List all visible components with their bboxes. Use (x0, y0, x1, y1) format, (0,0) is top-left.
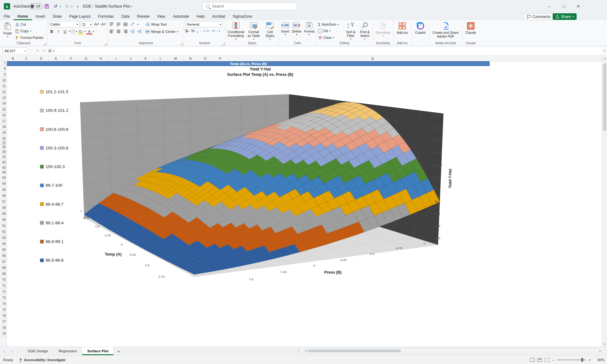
paste-button[interactable]: Paste▾ (1, 21, 14, 38)
font-color-button[interactable]: A (86, 28, 92, 34)
chart-banner-row[interactable]: Temp (A) vs. Press (B) (7, 61, 490, 66)
underline-button[interactable]: U (62, 28, 68, 34)
fill-color-button[interactable] (78, 28, 84, 34)
align-top-icon[interactable] (109, 22, 114, 26)
ribbon-tab-page-layout[interactable]: Page Layout (65, 13, 94, 20)
zoom-slider-handle[interactable] (581, 358, 583, 362)
decrease-indent-icon[interactable] (130, 30, 135, 33)
row-header-41[interactable]: 41 (0, 154, 7, 160)
alignment-dialog-launcher[interactable] (180, 43, 183, 45)
scroll-left-icon[interactable]: ◂ (305, 349, 306, 352)
zoom-slider[interactable] (557, 360, 586, 360)
horizontal-scrollbar[interactable]: ◂ ▸ (304, 348, 602, 354)
accounting-format-button[interactable]: $▾ (185, 28, 189, 33)
row-header-17[interactable]: 17 (0, 118, 7, 124)
row-header-14[interactable]: 14 (0, 101, 7, 106)
ribbon-tab-sigmazone[interactable]: SigmaZone (229, 13, 256, 20)
name-box[interactable]: AE107▾ (3, 47, 28, 54)
new-sheet-button[interactable]: + (114, 347, 123, 355)
clipboard-dialog-launcher[interactable] (44, 43, 46, 45)
column-header-L[interactable]: L (153, 56, 168, 61)
percent-style-button[interactable]: % (191, 28, 195, 33)
normal-view-button[interactable] (530, 358, 535, 362)
column-header-E[interactable]: E (49, 56, 64, 61)
tabbar-kebab-icon[interactable]: ⋮ (297, 349, 301, 353)
column-header-O[interactable]: O (198, 56, 213, 61)
copy-button[interactable]: Copy▾ (15, 28, 44, 34)
row-header-66[interactable]: 66 (0, 253, 7, 259)
ribbon-tab-automate[interactable]: Automate (169, 13, 193, 20)
italic-button[interactable]: I (55, 28, 61, 34)
sheet-tab-doe-design[interactable]: DOE Design (23, 347, 53, 355)
row-header-77[interactable]: 77 (0, 319, 7, 325)
enter-formula-button[interactable]: ✓ (40, 49, 47, 53)
column-header-N[interactable]: N (183, 56, 198, 61)
vertical-scrollbar[interactable]: ▲ ▼ (602, 56, 607, 347)
row-header-12[interactable]: 12 (0, 89, 7, 95)
row-header-63[interactable]: 63 (0, 235, 7, 241)
insert-cells-button[interactable]: Insert▾ (280, 21, 290, 36)
wrap-text-button[interactable]: Wrap Text (145, 21, 167, 27)
format-as-table-button[interactable]: Format as Table▾ (245, 21, 262, 40)
row-headers[interactable]: 7891011121314151617181920212529414243445… (0, 61, 7, 347)
row-header-75[interactable]: 75 (0, 307, 7, 313)
increase-font-button[interactable]: A˄ (94, 21, 100, 27)
cancel-formula-button[interactable]: × (34, 49, 40, 53)
sheet-tab-surface-plot[interactable]: Surface Plot (82, 347, 114, 355)
close-button[interactable]: × (571, 0, 586, 13)
row-header-16[interactable]: 16 (0, 112, 7, 118)
column-header-P[interactable]: P (213, 56, 228, 61)
row-header-9[interactable]: 9 (0, 72, 7, 77)
row-header-10[interactable]: 10 (0, 78, 7, 83)
share-button[interactable]: Share▾ (553, 13, 577, 20)
column-headers[interactable]: BCDEFGHIJKLMNOPQ (0, 56, 602, 61)
row-header-59[interactable]: 59 (0, 211, 7, 217)
increase-decimal-button[interactable]: ←.0 .00 (200, 29, 209, 32)
ribbon-tab-view[interactable]: View (153, 13, 169, 20)
formula-bar-expand[interactable]: ▾ (604, 50, 605, 52)
row-header-65[interactable]: 65 (0, 247, 7, 253)
document-title[interactable]: DOE - Saddle Surface Plot▾ (83, 0, 132, 13)
row-header-21[interactable]: 21 (0, 142, 7, 145)
row-header-18[interactable]: 18 (0, 124, 7, 130)
adobe-pdf-button[interactable]: Create and Share Adobe PDF (431, 21, 461, 38)
zoom-out-button[interactable]: – (552, 358, 554, 362)
font-name-select[interactable]: Calibri▾ (49, 21, 80, 27)
font-dialog-launcher[interactable] (104, 43, 107, 45)
row-header-72[interactable]: 72 (0, 289, 7, 295)
copilot-button[interactable]: Copilot (414, 21, 426, 34)
row-header-44[interactable]: 44 (0, 170, 7, 175)
search-input[interactable] (202, 2, 297, 10)
row-header-29[interactable]: 29 (0, 149, 7, 154)
align-middle-icon[interactable] (116, 22, 121, 26)
row-header-53[interactable]: 53 (0, 175, 7, 181)
qat-customize-button[interactable]: ▾ (76, 0, 78, 13)
row-header-57[interactable]: 57 (0, 199, 7, 205)
scroll-right-icon[interactable]: ▸ (599, 349, 601, 352)
row-header-19[interactable]: 19 (0, 130, 7, 136)
ribbon-tab-draw[interactable]: Draw (49, 13, 65, 20)
column-header-C[interactable]: C (19, 56, 34, 61)
bold-button[interactable]: B (49, 28, 55, 34)
column-header-B[interactable]: B (7, 56, 19, 61)
row-header-8[interactable]: 8 (0, 66, 7, 72)
minimize-button[interactable]: – (542, 0, 556, 13)
cut-button[interactable]: Cut (15, 21, 44, 27)
sort-filter-button[interactable]: AZ Sort & Filter▾ (344, 21, 357, 40)
accessibility-status[interactable]: Accessibility: Investigate (19, 358, 65, 362)
row-header-42[interactable]: 42 (0, 160, 7, 165)
format-cells-button[interactable]: Format▾ (303, 21, 316, 36)
row-header-13[interactable]: 13 (0, 95, 7, 101)
zoom-in-button[interactable]: + (589, 358, 591, 362)
ribbon-tab-review[interactable]: Review (133, 13, 153, 20)
row-header-62[interactable]: 62 (0, 229, 7, 235)
borders-icon[interactable] (71, 29, 75, 34)
row-header-11[interactable]: 11 (0, 83, 7, 89)
row-header-68[interactable]: 68 (0, 265, 7, 271)
merge-center-button[interactable]: Merge & Center▾ (145, 28, 179, 35)
excel-logo-icon[interactable]: x (4, 0, 10, 13)
ribbon-tab-formulas[interactable]: Formulas (94, 13, 118, 20)
ribbon-tab-data[interactable]: Data (118, 13, 133, 20)
surface-chart[interactable]: Yield Y-HatSurface Plot Temp (A) vs. Pre… (7, 66, 602, 347)
insert-function-button[interactable]: fx (47, 49, 53, 53)
